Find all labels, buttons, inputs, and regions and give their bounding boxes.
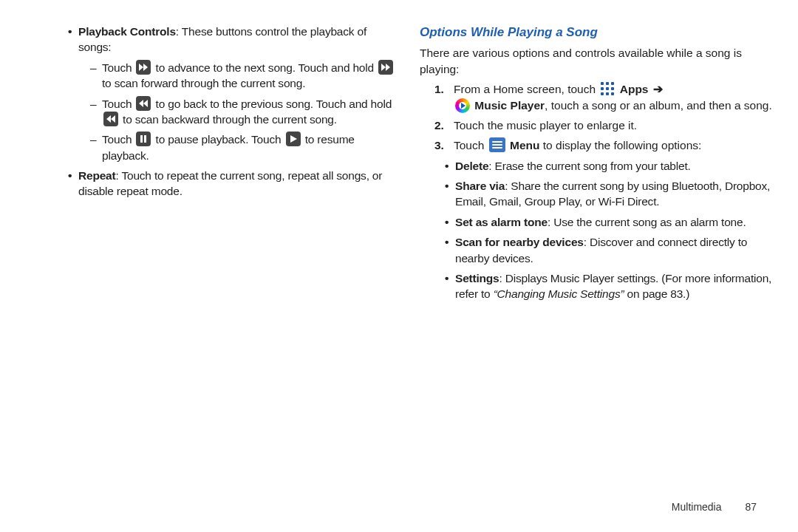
- step-number: 1.: [434, 81, 444, 97]
- manual-page: Playback Controls: These buttons control…: [0, 0, 798, 532]
- text: to pause playback. Touch: [156, 133, 282, 146]
- menu-icon: [489, 137, 505, 152]
- option-scan-nearby: Scan for nearby devices: Discover and co…: [420, 234, 773, 266]
- text: , touch a song or an album, and then a s…: [545, 99, 772, 112]
- text: From a Home screen, touch: [454, 83, 596, 95]
- label: Scan for nearby devices: [455, 236, 584, 248]
- label: Share via: [455, 180, 505, 192]
- desc: : Erase the current song from your table…: [488, 160, 690, 172]
- option-set-alarm-tone: Set as alarm tone: Use the current song …: [420, 214, 773, 230]
- text: Touch: [102, 133, 132, 146]
- right-column: Options While Playing a Song There are v…: [420, 24, 773, 307]
- apps-icon: [600, 81, 615, 96]
- step-number: 3.: [434, 137, 444, 153]
- bullet-playback-controls: Playback Controls: These buttons control…: [59, 24, 399, 55]
- label: Set as alarm tone: [455, 216, 548, 228]
- bullet-repeat: Repeat: Touch to repeat the current song…: [59, 168, 399, 200]
- text: to scan backward through the current son…: [123, 113, 337, 126]
- text: Touch: [454, 139, 484, 151]
- page-footer: Multimedia 87: [672, 500, 757, 514]
- previous-icon: [136, 96, 151, 111]
- text: to go back to the previous song. Touch a…: [156, 98, 392, 110]
- option-settings: Settings: Displays Music Player settings…: [420, 270, 773, 302]
- label: Delete: [455, 160, 488, 172]
- repeat-desc: : Touch to repeat the current song, repe…: [78, 169, 382, 197]
- option-delete: Delete: Erase the current song from your…: [420, 158, 773, 174]
- playback-controls-label: Playback Controls: [78, 25, 176, 38]
- step-2: 2. Touch the music player to enlarge it.: [420, 117, 773, 133]
- cross-reference: “Changing Music Settings”: [494, 287, 624, 300]
- left-column: Playback Controls: These buttons control…: [59, 24, 399, 204]
- option-share-via: Share via: Share the current song by usi…: [420, 178, 773, 210]
- menu-label: Menu: [510, 139, 539, 151]
- pause-icon: [136, 132, 151, 146]
- text: to scan forward through the current song…: [102, 77, 305, 89]
- playback-item-prev: Touch to go back to the previous song. T…: [59, 96, 399, 128]
- text: Touch: [102, 98, 132, 110]
- playback-item-pause: Touch to pause playback. Touch to resume…: [59, 132, 399, 163]
- desc: : Use the current song as an alarm tone.: [548, 216, 746, 228]
- apps-label: Apps: [620, 83, 649, 95]
- previous-icon: [103, 112, 118, 126]
- next-icon: [378, 60, 393, 75]
- text: to advance to the next song. Touch and h…: [156, 61, 374, 74]
- step-number: 2.: [434, 117, 444, 133]
- text: Touch: [102, 61, 132, 74]
- page-number: 87: [745, 501, 757, 513]
- step-3: 3. Touch Menu to display the following o…: [420, 137, 773, 153]
- label: Settings: [455, 272, 499, 284]
- step-1: 1. From a Home screen, touch Apps ➔ Musi…: [420, 81, 773, 113]
- text: Touch the music player to enlarge it.: [454, 119, 637, 132]
- playback-item-next: Touch to advance to the next song. Touch…: [59, 60, 399, 92]
- footer-section: Multimedia: [672, 501, 722, 513]
- music-player-label: Music Player: [474, 99, 545, 112]
- play-icon: [286, 132, 301, 146]
- text: to display the following options:: [543, 139, 702, 151]
- next-icon: [136, 60, 151, 75]
- section-heading-options: Options While Playing a Song: [420, 24, 773, 41]
- intro-text: There are various options and controls a…: [420, 45, 773, 77]
- repeat-label: Repeat: [78, 169, 115, 182]
- arrow-then-icon: ➔: [653, 81, 663, 97]
- music-player-icon: [455, 98, 470, 113]
- desc: on page 83.): [624, 287, 689, 300]
